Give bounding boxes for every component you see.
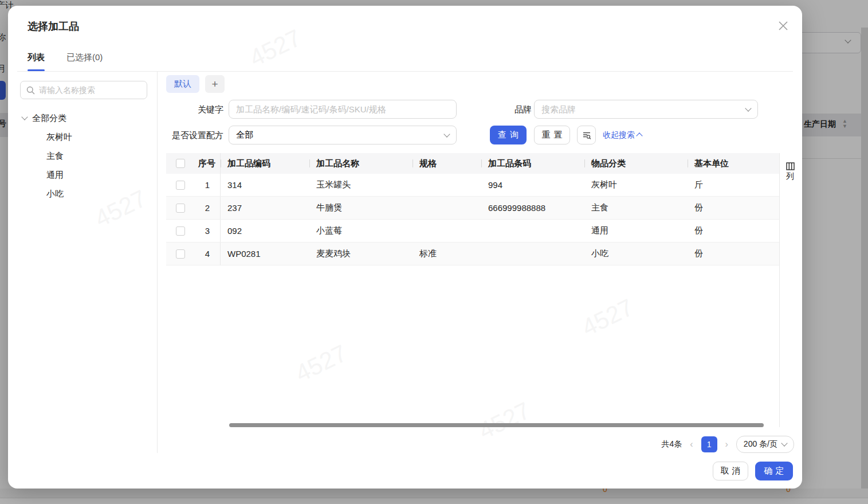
chevron-down-icon [443,131,450,137]
cell-spec [413,197,481,219]
keyword-label: 关键字 [166,100,223,119]
tree-expand-icon [21,114,28,120]
preset-default-chip[interactable]: 默认 [166,75,199,93]
next-page-button[interactable]: › [724,440,729,449]
table-body: 1314玉米罐头994灰树叶斤2237牛腩煲666999988888主食份309… [166,174,779,265]
col-spec: 规格 [413,153,481,174]
table-header: 序号 加工品编码 加工品名称 规格 加工品条码 物品分类 基本单位 [166,153,779,174]
col-barcode: 加工品条码 [481,153,584,174]
chevron-down-icon [781,440,787,446]
cell-index: 1 [195,174,221,196]
horizontal-scrollbar-thumb[interactable] [229,423,764,427]
product-table: 序号 加工品编码 加工品名称 规格 加工品条码 物品分类 基本单位 1314玉米… [166,153,779,265]
cell-name: 牛腩煲 [309,197,413,219]
cell-code: WP0281 [221,243,309,265]
collapse-search-label: 收起搜索 [603,130,635,140]
cell-index: 2 [195,197,221,219]
watermark: 4527 [578,294,638,342]
category-search-input[interactable] [39,85,143,95]
cell-barcode: 994 [481,174,584,196]
row-checkbox[interactable] [166,174,195,196]
add-preset-button[interactable]: + [205,75,225,93]
keyword-input[interactable] [236,104,449,114]
cell-barcode [481,243,584,265]
column-settings-button[interactable]: 列 [783,162,798,182]
tab-selected[interactable]: 已选择(0) [66,44,103,71]
tab-list[interactable]: 列表 [28,44,45,71]
current-page-button[interactable]: 1 [701,436,717,452]
cell-index: 4 [195,243,221,265]
category-search[interactable] [20,81,147,99]
advanced-filter-button[interactable] [577,126,596,144]
row-checkbox[interactable] [166,220,195,242]
pagination-total: 共4条 [661,439,682,450]
cell-category: 主食 [584,197,688,219]
cell-barcode [481,220,584,242]
reset-button[interactable]: 重置 [534,126,570,144]
watermark: 4527 [291,339,351,388]
col-category: 物品分类 [584,153,688,174]
recipe-select-value: 全部 [236,130,253,140]
category-tree: 全部分类 灰树叶主食通用小吃 [20,108,152,204]
table-row: 4WP0281麦麦鸡块标准小吃份 [166,243,779,265]
cell-index: 3 [195,220,221,242]
search-button[interactable]: 查询 [490,126,527,144]
collapse-search-link[interactable]: 收起搜索 [603,126,642,144]
row-checkbox[interactable] [166,243,195,265]
cell-name: 玉米罐头 [309,174,413,196]
cell-code: 237 [221,197,309,219]
dialog-tabs: 列表 已选择(0) [17,44,793,72]
recipe-label: 是否设置配方 [166,126,223,144]
cell-spec [413,220,481,242]
category-root[interactable]: 全部分类 [20,108,152,128]
cell-category: 小吃 [584,243,688,265]
column-settings-label: 列 [786,171,794,182]
close-icon[interactable] [777,19,790,32]
col-name: 加工品名称 [309,153,413,174]
row-checkbox[interactable] [166,197,195,219]
cell-unit: 份 [688,197,779,219]
cell-name: 麦麦鸡块 [309,243,413,265]
category-panel: 全部分类 灰树叶主食通用小吃 [17,72,158,453]
cell-code: 314 [221,174,309,196]
category-list: 灰树叶主食通用小吃 [20,128,152,204]
cell-barcode: 666999988888 [481,197,584,219]
col-code: 加工品编码 [221,153,309,174]
cell-category: 灰树叶 [584,174,688,196]
category-root-label: 全部分类 [32,113,66,124]
cell-spec [413,174,481,196]
select-all-checkbox[interactable] [166,153,195,174]
search-icon [26,86,35,95]
confirm-button[interactable]: 确定 [755,462,793,480]
cell-unit: 份 [688,220,779,242]
table-row: 2237牛腩煲666999988888主食份 [166,197,779,220]
chevron-down-icon [745,105,751,111]
brand-search-input[interactable] [541,104,746,114]
page-size-select[interactable]: 200 条/页 [736,436,794,453]
category-item[interactable]: 小吃 [20,185,152,204]
table-row: 3092小蓝莓通用份 [166,220,779,243]
table-row: 1314玉米罐头994灰树叶斤 [166,174,779,197]
page-size-value: 200 条/页 [744,439,777,450]
table-right-divider [779,153,780,427]
brand-label: 品牌 [474,100,532,119]
cell-code: 092 [221,220,309,242]
category-item[interactable]: 灰树叶 [20,128,152,147]
cell-spec: 标准 [413,243,481,265]
keyword-field[interactable] [229,100,457,119]
prev-page-button[interactable]: ‹ [689,440,694,449]
brand-select[interactable] [534,100,758,119]
select-product-dialog: 4527 4527 4527 4527 4527 4527 选择加工品 列表 已… [8,6,802,489]
category-item[interactable]: 主食 [20,147,152,166]
category-item[interactable]: 通用 [20,166,152,185]
dialog-title: 选择加工品 [28,19,79,33]
cancel-button[interactable]: 取消 [713,462,748,480]
chevron-up-icon [636,132,642,139]
filter-search-icon [582,131,591,140]
cell-name: 小蓝莓 [309,220,413,242]
cell-unit: 斤 [688,174,779,196]
col-unit: 基本单位 [688,153,779,174]
columns-icon [786,162,795,170]
recipe-select[interactable]: 全部 [229,126,457,144]
watermark: 4527 [474,397,535,445]
